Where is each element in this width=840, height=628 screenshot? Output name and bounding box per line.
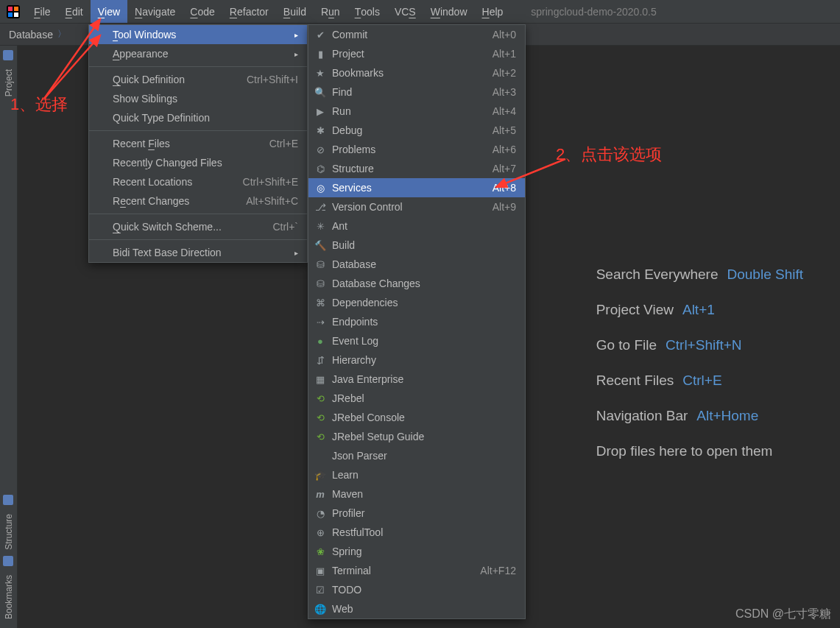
menu-separator [89,239,307,240]
svg-rect-6 [3,495,13,505]
tool-window-problems[interactable]: ⊘ProblemsAlt+6 [308,140,525,159]
tool-window-database-changes[interactable]: ⛁Database Changes [308,274,525,293]
tool-window-version-control[interactable]: ⎇Version ControlAlt+9 [308,197,525,216]
svg-rect-3 [8,13,13,17]
menu-code[interactable]: Code [183,0,222,23]
view-menu-panel: Tool Windows▸Appearance▸Quick Definition… [88,24,308,263]
services-icon: ◎ [314,182,326,194]
tool-window-project[interactable]: ▮ProjectAlt+1 [308,44,525,63]
tool-window-run[interactable]: ▶RunAlt+4 [308,102,525,121]
strip-structure[interactable]: Structure [4,509,14,554]
debug-icon: ✱ [314,124,326,136]
menu-edit[interactable]: Edit [58,0,91,23]
tool-window-endpoints[interactable]: ⇢Endpoints [308,312,525,331]
view-menu-item[interactable]: Quick DefinitionCtrl+Shift+I [89,70,307,89]
menu-refactor[interactable]: Refactor [222,0,276,23]
hint-row: Navigation BarAlt+Home [596,408,803,424]
run-icon: ▶ [314,105,326,117]
tool-window-learn[interactable]: 🎓Learn [308,465,525,484]
view-menu-item[interactable]: Recently Changed Files [89,153,307,172]
chevron-right-icon: 〉 [57,28,66,40]
tool-window-web[interactable]: 🌐Web [308,599,525,618]
commit-icon: ✔ [314,29,326,40]
tool-window-structure[interactable]: ⌬StructureAlt+7 [308,159,525,178]
bookmarks-icon: ★ [314,67,326,79]
svg-rect-7 [3,556,13,566]
tool-window-hierarchy[interactable]: ⇵Hierarchy [308,350,525,370]
watermark: CSDN @七寸零糖 [735,607,831,622]
menu-vcs[interactable]: VCS [387,0,423,23]
view-menu-item[interactable]: Quick Type Definition [89,108,307,127]
tool-window-commit[interactable]: ✔CommitAlt+0 [308,25,525,44]
view-menu-item[interactable]: Quick Switch Scheme...Ctrl+` [89,217,307,236]
chevron-right-icon: ▸ [294,50,298,58]
spring-icon: ❀ [314,546,326,557]
left-tool-strip: Project StructureBookmarks [0,46,18,628]
tool-window-spring[interactable]: ❀Spring [308,542,525,561]
tool-window-debug[interactable]: ✱DebugAlt+5 [308,121,525,140]
tool-window-event-log[interactable]: ●Event Log [308,331,525,350]
tool-window-json-parser[interactable]: Json Parser [308,446,525,465]
menu-run[interactable]: Run [314,0,347,23]
project-icon [3,50,15,62]
breadcrumb-segment[interactable]: Database [9,29,53,40]
menu-build[interactable]: Build [276,0,314,23]
jrebel-console-icon: ⟲ [314,412,326,423]
strip-project[interactable]: Project [4,65,14,101]
tool-window-database[interactable]: ⛁Database [308,255,525,274]
menu-file[interactable]: File [27,0,58,23]
tool-window-todo[interactable]: ☑TODO [308,580,525,599]
tool-window-find[interactable]: 🔍FindAlt+3 [308,82,525,102]
svg-rect-1 [8,7,13,11]
web-icon: 🌐 [314,603,326,615]
database-changes-icon: ⛁ [314,278,326,289]
view-menu-item[interactable]: Show Siblings [89,89,307,108]
menu-view[interactable]: View [91,0,127,23]
tool-window-maven[interactable]: mMaven [308,484,525,504]
tool-window-bookmarks[interactable]: ★BookmarksAlt+2 [308,63,525,82]
tool-window-jrebel[interactable]: ⟲JRebel [308,389,525,408]
tool-window-restfultool[interactable]: ⊕RestfulTool [308,523,525,542]
tool-window-services[interactable]: ◎ServicesAlt+8 [308,178,525,197]
hint-row: Drop files here to open them [596,443,803,459]
view-menu-item[interactable]: Appearance▸ [89,44,307,63]
strip-bookmarks[interactable]: Bookmarks [4,571,14,624]
build-icon: 🔨 [314,239,326,251]
tool-window-terminal[interactable]: ▣TerminalAlt+F12 [308,561,525,580]
project-icon: ▮ [314,48,326,60]
tool-window-build[interactable]: 🔨Build [308,236,525,255]
menu-bar: FileEditViewNavigateCodeRefactorBuildRun… [0,0,840,24]
jrebel-icon: ⟲ [314,392,326,404]
hint-row: Search EverywhereDouble Shift [596,267,803,283]
terminal-icon: ▣ [314,565,326,576]
menu-window[interactable]: Window [423,0,475,23]
menu-separator [89,66,307,67]
welcome-hints: Search EverywhereDouble ShiftProject Vie… [596,267,803,459]
svg-rect-2 [14,7,18,11]
java-enterprise-icon: ▦ [314,373,326,385]
find-icon: 🔍 [314,86,326,98]
app-logo-icon [6,4,21,19]
profiler-icon: ◔ [314,507,326,519]
todo-icon: ☑ [314,584,326,596]
tool-window-jrebel-setup-guide[interactable]: ⟲JRebel Setup Guide [308,427,525,446]
svg-rect-5 [3,50,13,60]
ant-icon: ✳ [314,220,326,232]
tool-window-jrebel-console[interactable]: ⟲JRebel Console [308,408,525,427]
tool-window-dependencies[interactable]: ⌘Dependencies [308,293,525,312]
tool-window-ant[interactable]: ✳Ant [308,216,525,236]
menu-tools[interactable]: Tools [347,0,387,23]
view-menu-item[interactable]: Recent LocationsCtrl+Shift+E [89,172,307,191]
maven-icon: m [314,488,326,500]
endpoints-icon: ⇢ [314,316,326,328]
view-menu-item[interactable]: Recent ChangesAlt+Shift+C [89,191,307,211]
menu-separator [89,214,307,214]
tool-window-java-enterprise[interactable]: ▦Java Enterprise [308,370,525,389]
project-title: springcloud-demo-2020.0.5 [531,6,656,18]
menu-navigate[interactable]: Navigate [127,0,183,23]
view-menu-item[interactable]: Tool Windows▸ [89,25,307,44]
view-menu-item[interactable]: Recent FilesCtrl+E [89,134,307,153]
view-menu-item[interactable]: Bidi Text Base Direction▸ [89,243,307,262]
tool-window-profiler[interactable]: ◔Profiler [308,504,525,523]
menu-help[interactable]: Help [475,0,511,23]
